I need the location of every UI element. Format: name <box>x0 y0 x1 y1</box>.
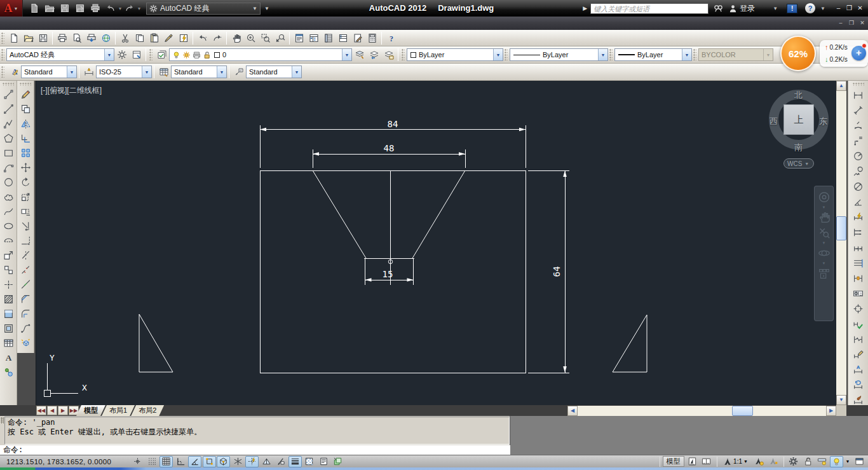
quick-view-layouts-button[interactable] <box>700 456 713 467</box>
redo-icon[interactable] <box>122 1 137 15</box>
erase-icon[interactable] <box>18 87 33 102</box>
dimang-icon[interactable] <box>851 194 866 209</box>
redo-d-icon[interactable] <box>210 31 224 45</box>
steering-wheel-icon[interactable] <box>817 190 831 204</box>
command-window-grip[interactable] <box>1 417 4 424</box>
pan-icon[interactable] <box>817 211 831 225</box>
preview-icon[interactable] <box>69 31 84 45</box>
layout-button[interactable] <box>686 456 699 467</box>
chamfer-icon[interactable] <box>18 292 33 307</box>
toggle-otrack[interactable] <box>245 456 259 467</box>
pan-icon[interactable] <box>229 31 243 45</box>
status-menu-button[interactable] <box>830 456 843 467</box>
toggle-griddots[interactable] <box>146 456 159 467</box>
table-style-button[interactable] <box>156 65 171 79</box>
help-dropdown-icon[interactable]: ▼ <box>820 6 825 11</box>
extend-icon[interactable] <box>18 233 33 248</box>
trim-icon[interactable] <box>18 219 33 233</box>
command-window[interactable]: 命令: '_pan 按 Esc 或 Enter 键退出, 或单击右键显示快捷菜单… <box>0 416 510 455</box>
layer-previous-button[interactable] <box>367 48 381 62</box>
blend-icon[interactable] <box>18 321 33 336</box>
horizontal-scrollbar[interactable]: ◀ ▶ <box>567 406 836 416</box>
zoom-icon[interactable] <box>817 226 831 240</box>
break-icon[interactable] <box>18 263 33 277</box>
annotation-autoscale-button[interactable] <box>767 456 780 467</box>
color-combo[interactable]: ByLayer▼ <box>407 48 503 61</box>
tp-icon[interactable] <box>321 31 336 45</box>
workspace-switcher[interactable]: AutoCAD 经典 ▼ <box>146 3 261 15</box>
bedit-icon[interactable] <box>176 31 191 45</box>
scroll-down-button[interactable]: ▼ <box>836 395 846 405</box>
inspect-icon[interactable] <box>851 316 866 331</box>
undo-d-icon[interactable] <box>195 31 210 45</box>
dimedit-icon[interactable] <box>851 347 866 362</box>
cut-icon[interactable] <box>118 31 132 45</box>
toggle-isodraft[interactable] <box>231 456 245 467</box>
fillet-icon[interactable] <box>18 307 33 321</box>
ellipse-icon[interactable] <box>1 219 16 233</box>
mirror-icon[interactable] <box>18 116 33 131</box>
coordinates-readout[interactable]: 1213.1510, 1783.1652, 0.0000 <box>6 458 131 466</box>
dimjog-icon[interactable] <box>851 163 866 179</box>
toggle-dyn[interactable] <box>274 456 287 467</box>
open-icon[interactable] <box>42 1 57 15</box>
viewcube-south[interactable]: 南 <box>794 142 803 153</box>
toggle-ortho[interactable] <box>174 456 187 467</box>
viewcube-north[interactable]: 北 <box>794 90 803 101</box>
model-space-button[interactable]: 模型 <box>663 456 684 467</box>
publish-icon[interactable] <box>84 31 98 45</box>
props-icon[interactable] <box>292 31 306 45</box>
doc-restore-button[interactable]: ❐ <box>846 19 857 28</box>
help-icon[interactable]: ? <box>805 3 815 13</box>
clean-screen-button[interactable] <box>853 456 866 467</box>
qsave-icon[interactable] <box>57 1 72 15</box>
zoomwin-icon[interactable] <box>258 31 273 45</box>
rotate-icon[interactable] <box>18 175 33 190</box>
polygon-icon[interactable] <box>1 131 16 146</box>
mkblock-icon[interactable] <box>1 263 16 277</box>
toggle-polar[interactable] <box>188 456 201 467</box>
dimlin-icon[interactable] <box>851 87 866 102</box>
viewcube-top-face[interactable]: 上 <box>783 104 814 135</box>
wcs-menu[interactable]: WCS▼ <box>783 158 814 169</box>
zoom-icon[interactable] <box>243 31 258 45</box>
web-icon[interactable] <box>98 31 113 45</box>
app-logo[interactable]: A▼ <box>0 0 23 17</box>
dimcont-icon[interactable] <box>851 240 866 255</box>
horizontal-scroll-thumb[interactable] <box>732 406 753 416</box>
qdim-icon[interactable] <box>851 209 866 225</box>
breakpt-icon[interactable] <box>18 248 33 263</box>
dim-style-button[interactable] <box>81 65 96 79</box>
dim-style-combo[interactable]: ISO-25▼ <box>96 66 152 78</box>
user-icon[interactable]: 登录 <box>728 3 755 14</box>
cmark-icon[interactable] <box>851 301 866 316</box>
toolbar-lock-button[interactable] <box>801 456 815 467</box>
tab-模型[interactable]: 模型 <box>76 405 105 416</box>
copy-icon[interactable] <box>132 31 147 45</box>
point-icon[interactable] <box>1 277 16 292</box>
workspace-switching-button[interactable] <box>787 456 800 467</box>
lineweight-combo[interactable]: ByLayer▼ <box>614 48 692 61</box>
restore-button[interactable]: ❐ <box>844 3 855 14</box>
annotation-visibility-button[interactable] <box>752 456 766 467</box>
toggle-qp[interactable] <box>317 456 330 467</box>
arc-icon[interactable] <box>1 160 16 175</box>
dc-icon[interactable] <box>306 31 321 45</box>
toggle-sc[interactable] <box>331 456 344 467</box>
command-input[interactable]: 命令: <box>0 445 510 455</box>
rectangle-icon[interactable] <box>1 146 16 160</box>
revcloud-icon[interactable] <box>1 190 16 204</box>
toggle-snap[interactable] <box>131 456 144 467</box>
qnew-icon[interactable] <box>6 31 21 45</box>
mleader-style-button[interactable] <box>231 65 246 79</box>
circle-icon[interactable] <box>1 175 16 190</box>
dimupd-icon[interactable] <box>851 377 866 392</box>
stretch-icon[interactable] <box>18 204 33 219</box>
vertical-scrollbar[interactable]: ▲ ▼ <box>836 81 846 405</box>
dimdia-icon[interactable] <box>851 179 866 194</box>
copyobj-icon[interactable] <box>18 102 33 116</box>
workspace-settings-button[interactable] <box>114 48 129 62</box>
qsave-icon[interactable] <box>36 31 50 45</box>
toggle-tpy[interactable] <box>302 456 316 467</box>
doc-close-button[interactable]: ✕ <box>857 19 867 28</box>
